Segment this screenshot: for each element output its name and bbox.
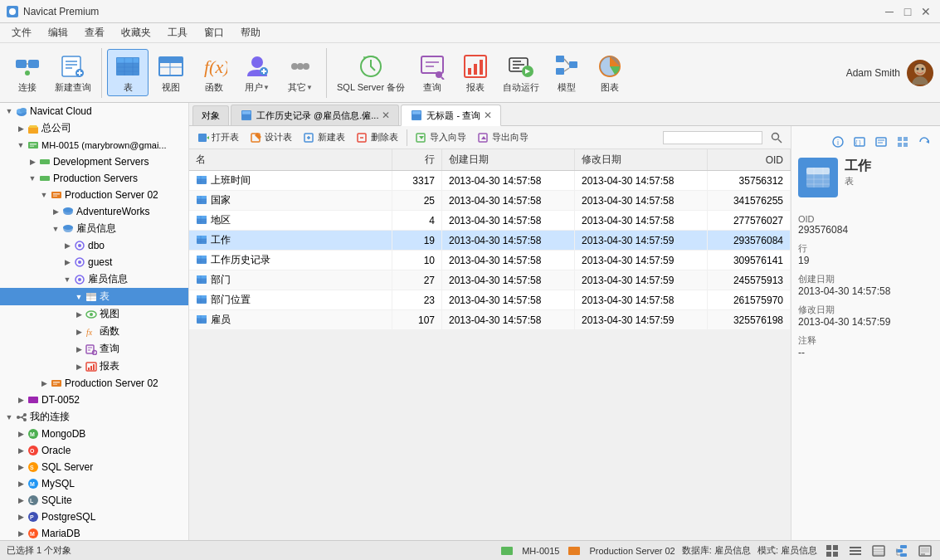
cell-rows: 23 [392,290,442,310]
sidebar-item-oracle[interactable]: ▶ O Oracle [0,442,188,459]
svg-rect-167 [197,275,207,279]
tab-job-history[interactable]: 工作历史记录 @雇员信息.僱... ✕ [231,105,399,125]
toolbar-chart[interactable]: 图表 [589,50,631,95]
cell-name-text: 部门 [211,273,231,287]
search-button[interactable] [766,130,787,145]
obj-toolbar: 打开表 设计表 新建表 删除表 [189,126,791,149]
svg-point-4 [25,71,30,75]
sidebar-item-postgresql[interactable]: ▶ P PostgreSQL [0,509,188,525]
sidebar-item-adventureworks[interactable]: ▶ AdventureWorks [0,203,188,220]
sidebar-item-sqlserver[interactable]: ▶ S SQL Server [0,459,188,475]
sidebar-item-dev-servers[interactable]: ▶ Development Servers [0,153,188,170]
toolbar-query[interactable]: 查询 [412,50,453,95]
sidebar-item-reports[interactable]: ▶ 报表 [0,358,188,375]
cell-created: 2013-04-30 14:57:58 [442,211,575,231]
col-modified: 修改日期 [575,149,708,171]
table-row[interactable]: 国家 25 2013-04-30 14:57:58 2013-04-30 14:… [189,191,791,211]
view-label: 视图 [162,81,180,94]
toolbar-model[interactable]: 模型 [546,50,587,95]
sidebar-item-mongodb[interactable]: ▶ M MongoDB [0,426,188,442]
info-btn-grid[interactable] [894,133,912,151]
menu-help[interactable]: 帮助 [232,24,269,41]
sidebar-item-functions[interactable]: ▶ fx 函数 [0,323,188,340]
view-details-icon[interactable] [870,543,887,559]
table-row[interactable]: 部门 27 2013-04-30 14:57:58 2013-04-30 14:… [189,270,791,290]
cell-name: 工作历史记录 [189,251,392,270]
import-wizard-button[interactable]: 导入向导 [411,129,471,145]
sidebar-item-my-connections[interactable]: ▼ 我的连接 [0,408,188,426]
minimize-button[interactable]: ─ [882,4,897,19]
sidebar-item-dbo[interactable]: ▶ dbo [0,237,188,254]
info-btn-refresh[interactable] [915,133,933,151]
tab-untitled-query[interactable]: 无标题 - 查询 ✕ [401,105,501,126]
toolbar-view[interactable]: 视图 [150,50,192,95]
info-btn-info[interactable]: i [829,133,847,151]
table-row[interactable]: 雇员 107 2013-04-30 14:57:58 2013-04-30 14… [189,310,791,330]
export-wizard-button[interactable]: 导出向导 [473,129,533,145]
sidebar-item-mh0015[interactable]: ▼ MH-0015 (marybrown@gmai... [0,137,188,153]
sidebar-item-prod-server-02-top[interactable]: ▼ Production Server 02 [0,187,188,203]
info-btn-ddl[interactable]: { } [850,133,869,151]
sidebar-item-guest[interactable]: ▶ guest [0,254,188,270]
table-row[interactable]: 工作 19 2013-04-30 14:57:58 2013-04-30 14:… [189,231,791,251]
close-button[interactable]: ✕ [918,4,933,19]
sidebar-item-navicat-cloud[interactable]: ▼ Navicat Cloud [0,103,188,119]
sidebar-item-yuangong-schema[interactable]: ▼ 雇员信息 [0,270,188,288]
user-name-label: Adam Smith [846,67,900,79]
menu-tools[interactable]: 工具 [159,24,196,41]
tab-untitled-query-close[interactable]: ✕ [484,110,492,121]
view-preview-icon[interactable] [917,543,933,559]
sidebar-item-mariadb[interactable]: ▶ M MariaDB [0,525,188,540]
table-row[interactable]: 上班时间 3317 2013-04-30 14:57:58 2013-04-30… [189,171,791,191]
view-list-icon[interactable] [847,543,864,559]
delete-table-button[interactable]: 删除表 [352,129,403,145]
view-tree-icon[interactable] [894,543,910,559]
menu-edit[interactable]: 编辑 [40,24,76,41]
toolbar-function[interactable]: f(x) 函数 [193,50,235,95]
menu-favorites[interactable]: 收藏夹 [113,24,159,41]
maximize-button[interactable]: □ [900,4,915,19]
info-btn-preview[interactable] [872,133,890,151]
main-toolbar: 连接 新建查询 [0,43,940,103]
sidebar-item-queries[interactable]: ▶ 查询 [0,340,188,358]
yuangong-schema-label: 雇员信息 [86,272,128,286]
tab-job-history-close[interactable]: ✕ [382,110,390,121]
design-table-button[interactable]: 设计表 [246,129,297,145]
sidebar-item-company[interactable]: ▶ 总公司 [0,119,188,137]
cell-oid: 277576027 [708,211,791,231]
toolbar-user[interactable]: 用户 ▼ [236,50,278,95]
table-row[interactable]: 部门位置 23 2013-04-30 14:57:58 2013-04-30 1… [189,290,791,310]
sidebar-item-prod-server-02-bottom[interactable]: ▶ Production Server 02 [0,375,188,392]
sidebar-item-prod-servers[interactable]: ▼ Production Servers [0,170,188,187]
sidebar-item-views[interactable]: ▶ 视图 [0,305,188,323]
toolbar-other[interactable]: 其它 ▼ [280,50,321,95]
status-mode: 模式: 雇员信息 [757,544,817,557]
sidebar-item-yuangong-top[interactable]: ▼ 雇员信息 [0,220,188,237]
status-bar-right: MH-0015 Production Server 02 数据库: 雇员信息 模… [499,543,933,559]
table-row[interactable]: 地区 4 2013-04-30 14:57:58 2013-04-30 14:5… [189,211,791,231]
open-table-button[interactable]: 打开表 [192,129,244,145]
toolbar-report[interactable]: 报表 [455,50,496,95]
new-table-button[interactable]: 新建表 [299,129,350,145]
sidebar-item-tables[interactable]: ▼ 表 [0,288,188,305]
toolbar-table[interactable]: 表 [107,49,149,96]
toolbar-backup[interactable]: SQL Server 备份 [332,50,410,95]
menu-file[interactable]: 文件 [3,24,40,41]
sidebar-item-dt0052[interactable]: ▶ DT-0052 [0,392,188,408]
status-mh0015-icon [499,543,515,559]
queries-icon [85,343,98,356]
search-input[interactable] [663,131,762,144]
view-grid-icon[interactable] [824,543,840,559]
svg-rect-191 [903,143,908,147]
toolbar-connect[interactable]: 连接 [7,50,48,95]
toolbar-autorun[interactable]: 自动运行 [498,50,544,95]
toolbar-new-query[interactable]: 新建查询 [50,50,96,95]
tab-objects[interactable]: 对象 [192,105,229,125]
menu-view[interactable]: 查看 [76,24,113,41]
sqlserver-arrow: ▶ [15,463,27,471]
sidebar-item-sqlite[interactable]: ▶ L SQLite [0,492,188,509]
table-row[interactable]: 工作历史记录 10 2013-04-30 14:57:58 2013-04-30… [189,251,791,270]
queries-arrow: ▶ [73,345,85,353]
sidebar-item-mysql[interactable]: ▶ M MySQL [0,475,188,492]
menu-window[interactable]: 窗口 [196,24,232,41]
